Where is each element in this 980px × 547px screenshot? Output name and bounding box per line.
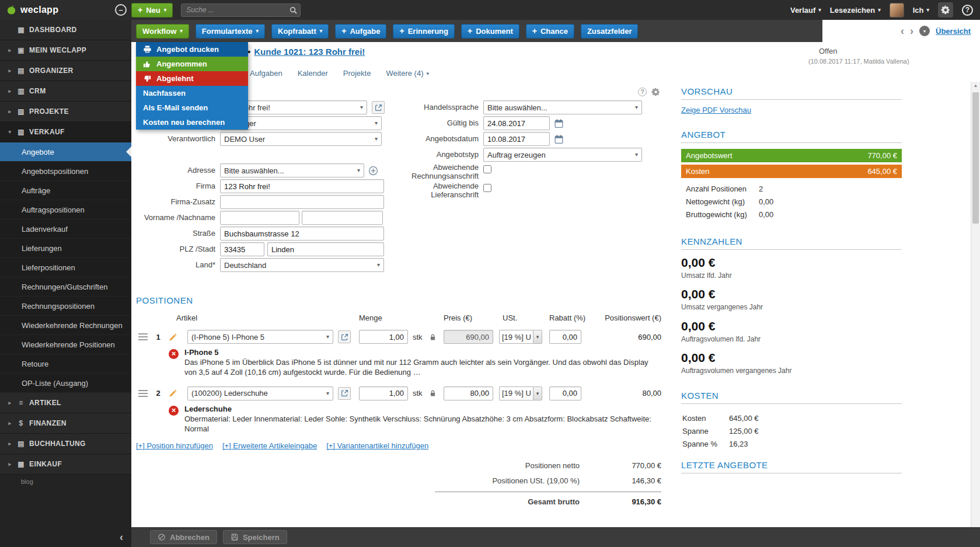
remove-position-button[interactable]: × bbox=[169, 349, 179, 359]
add-dokument-button[interactable]: + Dokument bbox=[461, 24, 519, 39]
blog-link[interactable]: blog bbox=[0, 475, 131, 487]
lesezeichen-menu[interactable]: Lesezeichen ▾ bbox=[830, 6, 881, 15]
rabatt-input[interactable] bbox=[549, 386, 581, 400]
pdf-vorschau-link[interactable]: Zeige PDF Vorschau bbox=[681, 106, 751, 114]
kopfrabatt-button[interactable]: Kopfrabatt ▾ bbox=[271, 24, 329, 39]
tab-kalender[interactable]: Kalender bbox=[298, 69, 328, 78]
angebotstyp-select[interactable]: Auftrag erzeugen bbox=[483, 148, 642, 162]
tab-weitere[interactable]: Weitere (4) ▾ bbox=[386, 69, 429, 78]
sidebar-subitem[interactable]: Wiederkehrende Rechnungen bbox=[0, 316, 131, 335]
gueltig-bis-datepicker[interactable] bbox=[554, 119, 564, 128]
sidebar-item-crm[interactable]: ▸ ▥ CRM bbox=[0, 81, 131, 102]
sidebar-item-organizer[interactable]: ▸ ▤ ORGANIZER bbox=[0, 61, 131, 81]
sidebar-item-verkauf[interactable]: ▾ ▨ VERKAUF bbox=[0, 122, 131, 142]
edit-position-button[interactable] bbox=[169, 389, 179, 398]
tab-aufgaben[interactable]: Aufgaben bbox=[250, 69, 283, 78]
lock-icon[interactable] bbox=[429, 333, 438, 341]
sidebar-subitem[interactable]: Auftragspositionen bbox=[0, 200, 131, 220]
land-select[interactable]: Deutschland bbox=[220, 258, 384, 272]
edit-position-button[interactable] bbox=[169, 333, 179, 342]
sidebar-item-dashboard[interactable]: ▦ DASHBOARD bbox=[0, 20, 131, 40]
ust-select[interactable]: [19 %] U ▾ bbox=[499, 330, 542, 344]
angebotsdatum-datepicker[interactable] bbox=[554, 134, 564, 144]
sidebar-subitem[interactable]: OP-Liste (Ausgang) bbox=[0, 374, 131, 393]
sidebar-subitem[interactable]: Lieferungen bbox=[0, 239, 131, 258]
drag-handle-icon[interactable] bbox=[138, 333, 148, 340]
abbrechen-button[interactable]: Abbrechen bbox=[150, 530, 217, 544]
scrollbar-thumb[interactable] bbox=[972, 92, 979, 224]
speichern-button[interactable]: Speichern bbox=[223, 530, 287, 544]
plz-input[interactable] bbox=[220, 242, 264, 256]
sidebar-subitem[interactable]: Aufträge bbox=[0, 181, 131, 200]
menu-item-angenommen[interactable]: Angenommen bbox=[136, 57, 248, 71]
sidebar-item-buchhaltung[interactable]: ▸ ▤ BUCHHALTUNG bbox=[0, 434, 131, 454]
handelssprache-select[interactable]: Bitte auswählen... bbox=[483, 100, 642, 114]
sidebar-subitem[interactable]: Rechnungspositionen bbox=[0, 297, 131, 316]
add-erinnerung-button[interactable]: + Erinnerung bbox=[393, 24, 455, 39]
weclapp-logo[interactable]: weclapp bbox=[6, 5, 115, 16]
zusatzfelder-button[interactable]: Zusatzfelder bbox=[581, 24, 639, 39]
uebersicht-link[interactable]: Übersicht bbox=[936, 27, 971, 36]
sidebar-item-einkauf[interactable]: ▸ ▩ EINKAUF bbox=[0, 454, 131, 475]
sidebar-item-projekte[interactable]: ▸ ▧ PROJEKTE bbox=[0, 102, 131, 122]
adresse-select[interactable]: Bitte auswählen... bbox=[220, 163, 364, 177]
sidebar-item-artikel[interactable]: ▸ ≡ ARTIKEL bbox=[0, 393, 131, 413]
scroll-up-icon[interactable]: ▲ bbox=[971, 82, 980, 90]
ust-dropdown-button[interactable]: ▾ bbox=[533, 386, 542, 400]
firma-zusatz-input[interactable] bbox=[220, 195, 384, 209]
add-address-button[interactable] bbox=[368, 166, 378, 176]
verantwortlich-select[interactable]: DEMO User bbox=[220, 132, 382, 146]
tab-projekte[interactable]: Projekte bbox=[343, 69, 371, 78]
sidebar-toggle-icon[interactable]: − bbox=[115, 4, 127, 16]
gueltig-bis-input[interactable] bbox=[483, 116, 550, 130]
ust-select[interactable]: [19 %] U ▾ bbox=[499, 386, 542, 400]
menge-input[interactable] bbox=[359, 386, 408, 400]
stadt-input[interactable] bbox=[267, 242, 384, 256]
open-record-button[interactable] bbox=[372, 101, 385, 114]
next-record-icon[interactable]: › bbox=[910, 26, 913, 36]
new-button[interactable]: + Neu ▾ bbox=[131, 3, 173, 18]
sidebar-collapse-button[interactable]: ‹ bbox=[0, 527, 131, 547]
add-position-link[interactable]: [+] Position hinzufügen bbox=[136, 441, 213, 450]
sidebar-subitem-angebote[interactable]: Angebote bbox=[0, 142, 131, 162]
formulartexte-button[interactable]: Formulartexte ▾ bbox=[196, 24, 265, 39]
vorname-input[interactable] bbox=[220, 211, 299, 225]
add-variant-article-link[interactable]: [+] Variantenartikel hinzufügen bbox=[326, 441, 428, 450]
section-help-icon[interactable]: ? bbox=[638, 88, 647, 96]
sidebar-item-finanzen[interactable]: ▸ $ FINANZEN bbox=[0, 413, 131, 434]
abweichende-lieferanschrift-checkbox[interactable] bbox=[483, 184, 491, 192]
abweichende-rechnungsanschrift-checkbox[interactable] bbox=[483, 165, 491, 173]
user-avatar[interactable] bbox=[890, 3, 904, 18]
open-artikel-button[interactable] bbox=[338, 387, 351, 400]
ich-menu[interactable]: Ich ▾ bbox=[913, 6, 929, 15]
ust-dropdown-button[interactable]: ▾ bbox=[533, 330, 542, 344]
rabatt-input[interactable] bbox=[549, 330, 581, 344]
sidebar-subitem[interactable]: Angebotspositionen bbox=[0, 162, 131, 181]
artikel-combobox[interactable]: (I-Phone 5) I-Phone 5 bbox=[187, 330, 333, 344]
open-artikel-button[interactable] bbox=[338, 330, 351, 343]
lock-icon[interactable] bbox=[429, 389, 438, 397]
vertical-scrollbar[interactable]: ▲ bbox=[971, 82, 980, 527]
add-aufgabe-button[interactable]: + Aufgabe bbox=[335, 24, 386, 39]
drag-handle-icon[interactable] bbox=[138, 390, 148, 397]
sidebar-subitem[interactable]: Ladenverkauf bbox=[0, 220, 131, 239]
angebotsdatum-input[interactable] bbox=[483, 132, 550, 146]
help-button[interactable]: ? bbox=[962, 5, 973, 16]
menu-item-als-email-senden[interactable]: Als E-Mail senden bbox=[136, 100, 248, 115]
firma-input[interactable] bbox=[220, 179, 384, 193]
workflow-button[interactable]: Workflow ▾ bbox=[136, 24, 189, 39]
menu-item-angebot-drucken[interactable]: Angebot drucken bbox=[136, 42, 248, 57]
search-icon[interactable] bbox=[289, 6, 298, 15]
sidebar-subitem[interactable]: Lieferpositionen bbox=[0, 258, 131, 277]
extended-article-entry-link[interactable]: [+] Erweiterte Artikeleingabe bbox=[222, 441, 317, 450]
nachname-input[interactable] bbox=[302, 211, 383, 225]
sidebar-subitem[interactable]: Rechnungen/Gutschriften bbox=[0, 277, 131, 297]
sidebar-item-mein-weclapp[interactable]: ▸ ▣ MEIN WECLAPP bbox=[0, 40, 131, 61]
strasse-input[interactable] bbox=[220, 227, 384, 241]
verlauf-menu[interactable]: Verlauf ▾ bbox=[790, 6, 821, 15]
artikel-combobox[interactable]: (100200) Lederschuhe bbox=[187, 386, 333, 400]
menu-item-nachfassen[interactable]: Nachfassen bbox=[136, 86, 248, 100]
prev-record-icon[interactable]: ‹ bbox=[901, 26, 904, 36]
remove-position-button[interactable]: × bbox=[169, 406, 179, 416]
menu-item-kosten-neu-berechnen[interactable]: Kosten neu berechnen bbox=[136, 115, 248, 130]
